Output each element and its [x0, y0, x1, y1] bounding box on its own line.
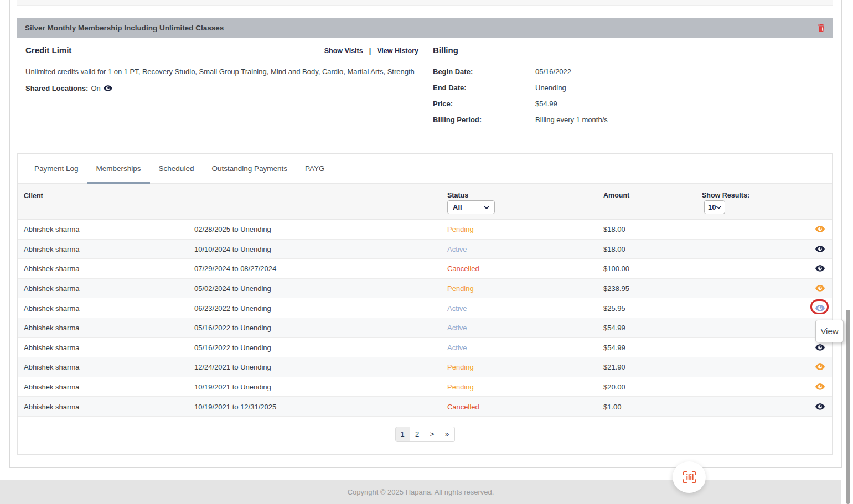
- content-frame-right-border: [841, 0, 842, 467]
- tab[interactable]: Payment Log: [25, 154, 87, 183]
- billing-field-label: End Date:: [433, 84, 535, 92]
- content-frame-left-border: [9, 0, 10, 467]
- pagination-label: »: [445, 430, 449, 438]
- period-cell: 10/10/2024 to Unending: [194, 245, 271, 253]
- view-row-button[interactable]: [815, 403, 825, 410]
- table-row: Abhishek sharma 05/16/2022 to Unending A…: [18, 338, 832, 358]
- tab[interactable]: Scheduled: [150, 154, 203, 183]
- pagination-button[interactable]: >: [425, 427, 440, 442]
- pagination-button[interactable]: 2: [410, 427, 425, 442]
- view-row-button[interactable]: [815, 246, 825, 252]
- membership-title: Silver Monthly Membership Including Unli…: [25, 24, 224, 32]
- billing-heading: Billing: [433, 45, 458, 55]
- amount-cell: $18.00: [603, 245, 625, 253]
- show-visits-link[interactable]: Show Visits: [324, 47, 363, 55]
- status-filter-value: All: [453, 203, 462, 211]
- billing-field-label: Price:: [433, 100, 535, 108]
- table-row: Abhishek sharma 02/28/2025 to Unending P…: [18, 220, 832, 240]
- status-cell: Pending: [447, 383, 474, 391]
- table-row: Abhishek sharma 05/02/2024 to Unending P…: [18, 279, 832, 299]
- billing-field-row: Price: $54.99: [433, 100, 824, 108]
- copyright-text: Copyright © 2025 Hapana. All rights rese…: [348, 488, 494, 496]
- client-cell: Abhishek sharma: [24, 363, 79, 371]
- pagination-label: 2: [415, 430, 419, 438]
- period-cell: 05/16/2022 to Unending: [194, 343, 271, 351]
- table-row: Abhishek sharma 10/19/2021 to 12/31/2025…: [18, 397, 832, 417]
- amount-cell: $21.90: [603, 363, 625, 371]
- billing-divider: [433, 60, 824, 60]
- chevron-down-icon: [484, 206, 489, 209]
- client-cell: Abhishek sharma: [24, 324, 79, 332]
- client-cell: Abhishek sharma: [24, 284, 79, 293]
- eye-icon: [815, 344, 825, 351]
- column-header-client: Client: [24, 192, 43, 200]
- membership-card-body: Credit Limit Show Visits | View History …: [17, 38, 833, 132]
- trash-icon: [818, 24, 825, 32]
- tab-label: Outstanding Payments: [211, 164, 287, 173]
- client-cell: Abhishek sharma: [24, 304, 79, 312]
- pagination-button[interactable]: »: [440, 427, 455, 442]
- billing-field-value: 05/16/2022: [535, 67, 571, 76]
- status-cell: Pending: [447, 363, 474, 371]
- tab[interactable]: Memberships: [87, 154, 150, 183]
- table-row: Abhishek sharma 10/19/2021 to Unending P…: [18, 377, 832, 397]
- period-cell: 02/28/2025 to Unending: [194, 225, 271, 233]
- amount-cell: $54.99: [603, 343, 625, 351]
- view-row-button[interactable]: [815, 344, 825, 351]
- period-cell: 10/19/2021 to Unending: [194, 383, 271, 391]
- table-row: Abhishek sharma 12/24/2021 to Unending P…: [18, 357, 832, 377]
- previous-card-edge: [17, 0, 833, 6]
- membership-card: Silver Monthly Membership Including Unli…: [17, 18, 833, 132]
- link-separator: |: [369, 47, 371, 55]
- view-row-button[interactable]: [815, 305, 825, 311]
- client-cell: Abhishek sharma: [24, 402, 79, 411]
- table-row: Abhishek sharma 05/16/2022 to Unending A…: [18, 318, 832, 338]
- table-row: Abhishek sharma 10/10/2024 to Unending A…: [18, 240, 832, 259]
- table-header: Client Status All Amount Show Results: 1…: [18, 184, 832, 220]
- view-row-button[interactable]: [815, 383, 825, 390]
- scan-checkin-button[interactable]: [673, 461, 706, 493]
- billing-section: Billing Begin Date: 05/16/2022 End Date:…: [433, 45, 824, 124]
- amount-cell: $238.95: [603, 284, 629, 293]
- amount-cell: $1.00: [603, 402, 622, 411]
- status-filter-select[interactable]: All: [447, 200, 495, 214]
- tab-label: Scheduled: [159, 164, 194, 173]
- eye-icon: [815, 246, 825, 252]
- billing-field-row: End Date: Unending: [433, 84, 824, 92]
- period-cell: 05/16/2022 to Unending: [194, 324, 271, 332]
- amount-cell: $20.00: [603, 383, 625, 391]
- amount-cell: $54.99: [603, 324, 625, 332]
- billing-field-value: Unending: [535, 84, 566, 92]
- view-history-link[interactable]: View History: [377, 47, 418, 55]
- client-cell: Abhishek sharma: [24, 264, 79, 273]
- pagination-button[interactable]: 1: [395, 427, 410, 442]
- billing-field-row: Billing Period: Billing every 1 month/s: [433, 116, 824, 124]
- status-cell: Pending: [447, 284, 474, 293]
- status-cell: Cancelled: [447, 264, 479, 273]
- shared-locations-eye-icon[interactable]: [104, 85, 112, 91]
- view-tooltip-label: View: [820, 326, 838, 336]
- tab[interactable]: PAYG: [296, 154, 334, 183]
- view-row-button[interactable]: [815, 285, 825, 292]
- pagination-label: 1: [400, 430, 404, 438]
- show-results-select[interactable]: 10: [704, 200, 725, 214]
- view-tooltip: View: [815, 320, 844, 342]
- status-cell: Active: [447, 304, 467, 312]
- shared-locations-value: On: [91, 84, 100, 92]
- status-cell: Active: [447, 343, 467, 351]
- delete-membership-button[interactable]: [818, 24, 825, 32]
- view-row-button[interactable]: [815, 226, 825, 232]
- scrollbar-thumb[interactable]: [846, 310, 850, 504]
- tab[interactable]: Outstanding Payments: [203, 154, 296, 183]
- payments-panel: Payment Log Memberships Scheduled Outsta…: [17, 153, 833, 455]
- status-cell: Cancelled: [447, 402, 479, 411]
- eye-icon: [815, 383, 825, 390]
- period-cell: 10/19/2021 to 12/31/2025: [194, 402, 276, 411]
- status-cell: Active: [447, 245, 467, 253]
- credit-limit-description: Unlimited credits valid for 1 on 1 PT, R…: [25, 67, 418, 76]
- view-row-button[interactable]: [815, 363, 825, 370]
- eye-icon: [815, 226, 825, 232]
- column-header-amount: Amount: [603, 191, 629, 199]
- billing-field-label: Billing Period:: [433, 116, 535, 124]
- view-row-button[interactable]: [815, 265, 825, 272]
